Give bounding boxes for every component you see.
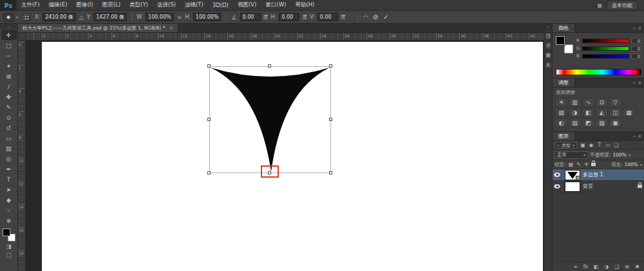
panel-menu-icon[interactable]: ≡	[638, 134, 641, 139]
new-group-icon[interactable]: ❏	[612, 264, 621, 270]
transform-handle-bottom-left[interactable]	[207, 171, 211, 174]
adjust-color-lookup-icon[interactable]: ▦	[623, 108, 635, 117]
filter-smart-objects-icon[interactable]: ❏	[612, 142, 620, 148]
visibility-eye-icon[interactable]	[554, 184, 560, 189]
move-tool[interactable]: ✛	[1, 30, 17, 40]
pasteboard[interactable]	[26, 41, 544, 271]
visibility-cell[interactable]	[553, 169, 562, 180]
adjust-posterize-icon[interactable]: ▤	[569, 118, 581, 127]
adjust-levels-icon[interactable]: ▥	[569, 98, 581, 107]
panel-foreground-swatch[interactable]	[556, 36, 565, 45]
type-tool[interactable]: T	[1, 174, 17, 184]
visibility-eye-icon[interactable]	[554, 173, 560, 177]
link-layers-icon[interactable]: ∞	[571, 264, 580, 270]
path-selection-tool[interactable]: ➤	[1, 184, 17, 194]
panel-menu-icon[interactable]: ≡	[638, 80, 641, 86]
adjust-vibrance-icon[interactable]: ▽	[609, 98, 621, 107]
lasso-tool[interactable]: ∽	[1, 50, 17, 61]
warp-mode-toggle-icon[interactable]: ◠	[363, 14, 369, 21]
info-panel-icon[interactable]: ▤	[545, 51, 552, 59]
blur-tool[interactable]: ◎	[1, 153, 17, 164]
pen-tool[interactable]: ✒	[1, 164, 17, 174]
hand-tool[interactable]: ☞	[1, 205, 17, 215]
magic-wand-tool[interactable]: ✶	[1, 61, 17, 71]
menu-3d[interactable]: 3D(D)	[208, 0, 233, 10]
b-slider[interactable]	[582, 54, 629, 59]
menu-help[interactable]: 帮助(H)	[290, 0, 319, 10]
w-value-field[interactable]: 100.00%	[146, 13, 174, 21]
visibility-cell[interactable]	[553, 181, 562, 192]
shape-tool[interactable]: ◆	[1, 194, 17, 205]
transform-handle-middle-left[interactable]	[207, 118, 211, 121]
commit-transform-button[interactable]: ✓	[382, 14, 390, 21]
layer-filter-dropdown[interactable]: ⌕ 类型 ▾	[554, 142, 577, 149]
crop-tool[interactable]: ⊞	[1, 71, 17, 81]
menu-filter[interactable]: 滤镜(T)	[180, 0, 208, 10]
menu-view[interactable]: 视图(V)	[233, 0, 261, 10]
transform-handle-top-center[interactable]	[268, 64, 271, 68]
g-value-field[interactable]: 0	[631, 46, 641, 51]
tab-adjustments[interactable]: 调整	[553, 79, 575, 87]
transform-handle-top-left[interactable]	[207, 64, 211, 68]
tool-preset-caret-icon[interactable]: ▾	[16, 15, 18, 19]
chevron-down-icon[interactable]: ▾	[640, 162, 642, 167]
h-ruler[interactable]: 024681012141618202224262830323436384042	[26, 33, 544, 41]
tool-preset-icon[interactable]: ◆	[3, 13, 14, 22]
menu-layer[interactable]: 图层(L)	[98, 0, 125, 10]
lock-transparent-pixels-icon[interactable]: ▦	[568, 162, 574, 167]
properties-panel-icon[interactable]: ◳	[545, 32, 552, 40]
cancel-transform-button[interactable]: ⊘	[372, 14, 379, 21]
blend-mode-select[interactable]: 正常 ▾	[554, 151, 588, 159]
tab-close-icon[interactable]: ×	[169, 25, 173, 31]
adjust-exposure-icon[interactable]: ⊡	[596, 98, 608, 107]
transform-bounding-box[interactable]	[209, 66, 331, 173]
g-slider[interactable]	[582, 46, 629, 51]
filter-adjustment-layers-icon[interactable]: ◉	[587, 142, 595, 148]
document-tab[interactable]: 程大大学PS之——几何形状工具.psd @ 25%(多边形 1, RGB/8) …	[18, 24, 178, 32]
adjust-brightness-contrast-icon[interactable]: ☀	[555, 98, 567, 107]
filter-pixel-layers-icon[interactable]: ▣	[579, 142, 587, 148]
adjust-channel-mixer-icon[interactable]: ◫	[609, 108, 621, 117]
lock-position-icon[interactable]: ✛	[583, 162, 590, 167]
character-panel-icon[interactable]: A	[545, 61, 552, 69]
y-value-field[interactable]: 1427.00 像	[93, 13, 127, 21]
panel-background-swatch[interactable]	[564, 44, 573, 53]
layer-mask-icon[interactable]: ◧	[592, 264, 600, 270]
panel-collapse-icon[interactable]: «	[633, 80, 636, 86]
filter-shape-layers-icon[interactable]: ▭	[604, 142, 612, 148]
healing-brush-tool[interactable]: ✚	[1, 91, 17, 102]
layer-style-icon[interactable]: fx	[582, 264, 590, 270]
adjust-gradient-map-icon[interactable]: ▨	[596, 118, 608, 127]
adjust-curves-icon[interactable]: ∿	[582, 98, 594, 107]
menu-file[interactable]: 文件(F)	[17, 0, 44, 10]
r-slider[interactable]	[582, 39, 629, 43]
adjust-black-white-icon[interactable]: ◧	[582, 108, 594, 117]
brush-tool[interactable]: ✎	[1, 102, 17, 112]
opacity-value[interactable]: 100%	[613, 152, 627, 158]
adjust-photo-filter-icon[interactable]: ◭	[596, 108, 608, 117]
clone-stamp-tool[interactable]: ⊙	[1, 112, 17, 122]
reference-point-locator[interactable]	[23, 14, 30, 21]
history-panel-icon[interactable]: ↺	[545, 42, 552, 50]
panel-menu-icon[interactable]: ≡	[638, 26, 641, 31]
angle-value-field[interactable]: 0.00	[240, 13, 261, 21]
panel-collapse-icon[interactable]: «	[633, 26, 636, 31]
h-skew-field[interactable]: 0.00	[279, 13, 299, 21]
tab-color[interactable]: 颜色	[553, 24, 575, 32]
new-layer-icon[interactable]: ⊞	[623, 264, 631, 270]
menu-edit[interactable]: 编辑(E)	[44, 0, 72, 10]
delete-layer-icon[interactable]: ✖	[633, 264, 641, 270]
menu-type[interactable]: 类型(Y)	[125, 0, 153, 10]
layer-thumbnail[interactable]	[565, 182, 580, 192]
layer-row[interactable]: 多边形 1	[553, 169, 644, 181]
panel-collapse-icon[interactable]: «	[633, 134, 636, 139]
chevron-down-icon[interactable]: ▾	[629, 153, 630, 157]
screen-mode-icon[interactable]: □	[6, 252, 12, 258]
menu-image[interactable]: 图像(I)	[72, 0, 98, 10]
r-value-field[interactable]: 0	[631, 38, 641, 44]
history-brush-tool[interactable]: ↺	[1, 122, 17, 133]
fill-value[interactable]: 100%	[625, 162, 638, 167]
foreground-color-swatch[interactable]	[3, 229, 10, 236]
lock-all-icon[interactable]	[591, 163, 596, 166]
v-skew-field[interactable]: 0.00	[317, 13, 338, 21]
